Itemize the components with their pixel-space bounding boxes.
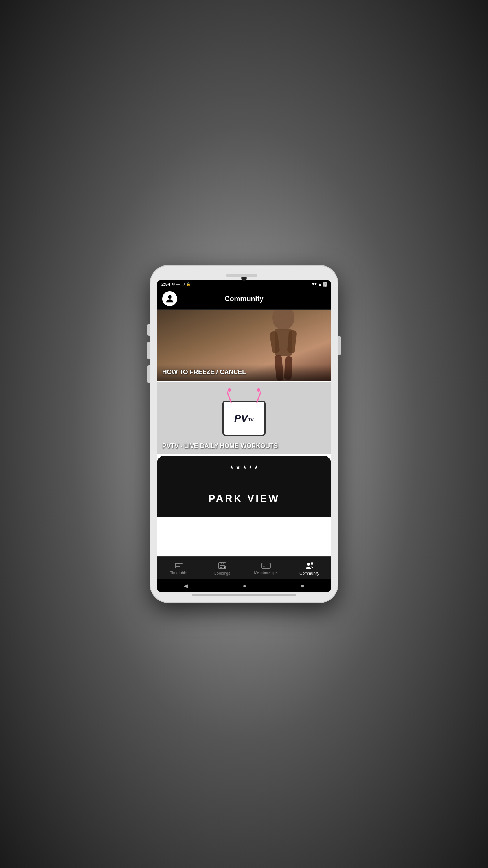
svg-rect-21 [263,566,265,567]
svg-rect-9 [175,565,183,565]
svg-rect-20 [263,565,266,565]
app-header: Community [157,288,331,310]
time-display: 2:54 [161,282,170,287]
pvtv-label: PVTV - LIVE DAILY HOME WORKOUTS [162,442,326,451]
screen-icon: ▬ [176,282,180,286]
recent-button[interactable]: ■ [301,583,304,589]
tv-text: TV [248,417,254,423]
svg-point-23 [311,562,313,565]
status-right: ▾▾ ▲ ▓ [312,281,327,287]
star-4: ★ [248,465,253,470]
nav-community[interactable]: Community [288,560,331,577]
timetable-nav-label: Timetable [170,571,187,575]
memberships-nav-label: Memberships [254,570,277,575]
person-icon [164,293,175,304]
svg-rect-14 [221,562,222,564]
parkview-brand-text: PARK VIEW [208,493,279,505]
antenna-ball-left [228,388,231,392]
nav-timetable[interactable]: Timetable [157,560,200,577]
svg-point-0 [168,295,171,299]
star-3: ★ [242,465,247,470]
tv-inner-text: PV TV [234,413,254,423]
back-button[interactable]: ◀ [184,583,188,589]
stars-decoration: ★ ★ ★ ★ ★ [229,463,259,470]
star-5: ★ [254,465,259,470]
card-pvtv-overlay: PVTV - LIVE DAILY HOME WORKOUTS [157,438,331,454]
community-icon [305,561,314,570]
silent-button [147,365,150,383]
volume-up-button [147,324,150,336]
card-parkview[interactable]: ★ ★ ★ ★ ★ PARK VIEW [157,456,331,517]
battery-icon: ▓ [323,282,327,287]
timetable-icon [174,562,183,570]
settings-icon: ⚙ [172,282,175,286]
wifi-icon: ▾▾ [312,281,317,287]
star-1: ★ [229,465,234,470]
signal-icon: ▲ [318,282,322,287]
phone-screen: 2:54 ⚙ ▬ ⬡ 🔒 ▾▾ ▲ ▓ Community [157,280,331,592]
svg-rect-17 [220,567,222,568]
system-nav: ◀ ● ■ [157,579,331,592]
bookings-nav-label: Bookings [214,571,230,576]
card-freeze-cancel[interactable]: HOW TO FREEZE / CANCEL [157,310,331,381]
svg-point-22 [307,563,310,566]
card-pvtv[interactable]: PV TV PVTV - LIVE DAILY HOME WORKOUTS [157,382,331,454]
power-button [338,336,341,355]
home-indicator [192,594,296,596]
pv-text: PV [234,413,248,423]
memberships-icon [261,562,271,569]
phone-device: 2:54 ⚙ ▬ ⬡ 🔒 ▾▾ ▲ ▓ Community [150,265,338,603]
tv-logo: PV TV [222,401,266,436]
svg-rect-12 [175,563,176,568]
svg-rect-15 [223,562,224,564]
community-nav-label: Community [299,571,319,576]
svg-rect-8 [175,563,183,564]
bookings-icon [218,561,227,570]
page-title: Community [177,295,311,303]
antenna-right [256,391,261,403]
star-2: ★ [235,463,241,471]
card-freeze-overlay: HOW TO FREEZE / CANCEL [157,364,331,381]
nav-bookings[interactable]: Bookings [200,560,244,577]
bottom-nav: Timetable Bookings [157,556,331,579]
tv-frame: PV TV [222,401,266,436]
svg-rect-10 [175,566,180,567]
antenna-ball-right [257,388,260,392]
lock-icon: 🔒 [186,282,191,286]
status-left: 2:54 ⚙ ▬ ⬡ 🔒 [161,282,191,287]
user-avatar[interactable] [162,291,177,306]
nav-memberships[interactable]: Memberships [244,561,288,576]
freeze-cancel-label: HOW TO FREEZE / CANCEL [162,368,326,377]
antenna-left [227,391,232,403]
shield-icon: ⬡ [182,282,185,286]
status-bar: 2:54 ⚙ ▬ ⬡ 🔒 ▾▾ ▲ ▓ [157,280,331,288]
volume-down-button [147,342,150,359]
svg-rect-19 [262,563,270,568]
speaker [226,274,257,277]
content-area: HOW TO FREEZE / CANCEL PV [157,310,331,556]
home-button[interactable]: ● [243,583,246,589]
svg-rect-16 [220,565,225,566]
